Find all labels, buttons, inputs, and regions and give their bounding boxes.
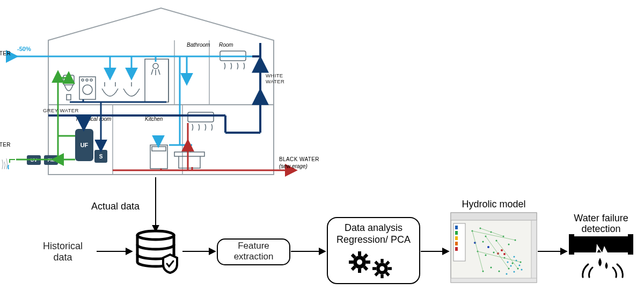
house-schematic: Bathroom Room Technical room Kitchen bbox=[0, 8, 319, 175]
label-grey-water: GREY WATER bbox=[43, 107, 86, 113]
label-failure-2: detection bbox=[581, 223, 620, 234]
svg-rect-83 bbox=[455, 242, 458, 245]
svg-point-9 bbox=[82, 79, 84, 81]
svg-point-105 bbox=[514, 256, 515, 258]
svg-rect-57 bbox=[358, 251, 361, 256]
svg-rect-17 bbox=[150, 145, 167, 169]
svg-text:S: S bbox=[99, 154, 103, 160]
svg-rect-59 bbox=[349, 260, 353, 264]
svg-point-8 bbox=[83, 85, 92, 95]
svg-point-56 bbox=[357, 259, 362, 265]
svg-rect-126 bbox=[628, 234, 633, 255]
svg-rect-84 bbox=[455, 247, 458, 251]
svg-rect-82 bbox=[455, 236, 458, 240]
svg-rect-80 bbox=[455, 226, 458, 229]
svg-point-111 bbox=[514, 271, 515, 273]
svg-point-95 bbox=[485, 255, 487, 256]
svg-point-107 bbox=[510, 265, 512, 267]
label-feature-extraction: Feature extraction bbox=[217, 241, 290, 262]
uf-tank: UF bbox=[75, 129, 93, 161]
feature-extraction-box: Feature extraction bbox=[217, 239, 290, 265]
svg-rect-77 bbox=[531, 220, 537, 283]
label-drinking-reduction: -50% bbox=[17, 46, 31, 52]
data-analysis-box: Data analysis Regression/ PCA bbox=[327, 218, 420, 284]
svg-point-52 bbox=[137, 231, 174, 240]
gear-icon bbox=[372, 259, 392, 278]
s-box: S bbox=[94, 150, 107, 163]
svg-point-102 bbox=[499, 271, 500, 272]
label-room: Room bbox=[219, 42, 233, 48]
label-actual-data: Actual data bbox=[91, 201, 140, 212]
svg-point-89 bbox=[482, 241, 484, 243]
label-technical: Technical room bbox=[75, 116, 111, 122]
label-treated-water: TREATED WATER bbox=[0, 142, 11, 148]
svg-point-14 bbox=[153, 63, 158, 69]
label-historical-data: Historical data bbox=[33, 241, 92, 263]
svg-rect-70 bbox=[388, 267, 392, 270]
svg-rect-81 bbox=[455, 231, 458, 235]
svg-rect-6 bbox=[67, 95, 71, 100]
svg-rect-18 bbox=[152, 147, 166, 151]
svg-rect-58 bbox=[358, 269, 361, 273]
svg-rect-68 bbox=[380, 274, 383, 278]
database-icon bbox=[137, 231, 177, 273]
label-failure-1: Water failure bbox=[574, 213, 628, 223]
svg-rect-67 bbox=[380, 259, 383, 263]
svg-point-115 bbox=[503, 253, 506, 255]
svg-rect-69 bbox=[372, 267, 376, 270]
label-drinking-water: DRINKING WATER bbox=[0, 50, 11, 56]
svg-point-92 bbox=[508, 244, 510, 245]
leak-icon bbox=[569, 234, 633, 277]
svg-rect-78 bbox=[451, 278, 537, 283]
gear-icon bbox=[349, 251, 370, 273]
label-bathroom: Bathroom bbox=[187, 42, 210, 48]
svg-point-117 bbox=[487, 246, 489, 248]
svg-point-10 bbox=[86, 79, 88, 81]
svg-rect-19 bbox=[174, 152, 204, 156]
label-kitchen: Kitchen bbox=[145, 116, 163, 122]
svg-point-96 bbox=[493, 252, 495, 254]
svg-point-110 bbox=[521, 269, 523, 271]
label-data-analysis-2: Regression/ PCA bbox=[336, 234, 411, 245]
svg-point-103 bbox=[491, 267, 492, 269]
hydrolic-model-screenshot bbox=[451, 213, 537, 283]
svg-rect-124 bbox=[572, 236, 630, 252]
label-white-water: WHITE WATER bbox=[266, 73, 292, 84]
svg-point-66 bbox=[380, 266, 385, 271]
svg-rect-12 bbox=[145, 59, 169, 102]
label-black-water: BLACK WATER bbox=[279, 156, 319, 162]
svg-rect-60 bbox=[366, 260, 370, 264]
svg-point-11 bbox=[90, 79, 92, 81]
svg-rect-16 bbox=[188, 112, 214, 122]
svg-point-113 bbox=[501, 249, 503, 251]
svg-rect-76 bbox=[451, 213, 537, 220]
svg-point-112 bbox=[506, 273, 508, 275]
svg-rect-125 bbox=[569, 234, 574, 255]
svg-point-108 bbox=[507, 262, 509, 263]
label-hydrolic-model: Hydrolic model bbox=[462, 199, 525, 209]
svg-point-109 bbox=[519, 265, 521, 266]
label-black-water-sub: (sew erage) bbox=[279, 163, 308, 169]
svg-text:UF: UF bbox=[80, 142, 89, 148]
label-data-analysis-1: Data analysis bbox=[345, 222, 402, 233]
